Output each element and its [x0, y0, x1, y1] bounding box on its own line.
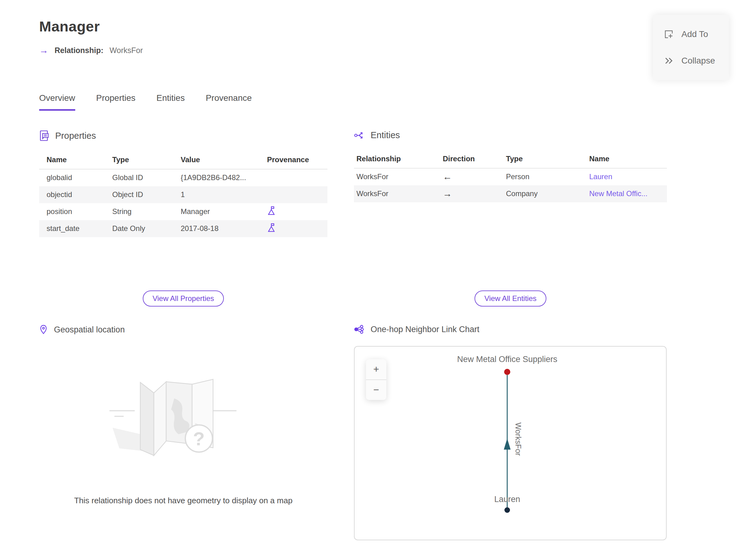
- page-title: Manager: [39, 18, 100, 35]
- zoom-control: + −: [366, 359, 386, 400]
- col-relationship: Relationship: [354, 151, 440, 168]
- col-type: Type: [503, 151, 587, 168]
- map-pin-icon: [39, 324, 48, 335]
- provenance-flag-icon[interactable]: [267, 223, 276, 232]
- properties-section-header: Properties: [39, 130, 328, 141]
- one-hop-link-chart-icon: [354, 324, 364, 334]
- relationship-detail-page: Manager → Relationship: WorksFor Add To …: [0, 0, 740, 560]
- col-value: Value: [173, 152, 260, 169]
- node-label: New Metal Office Suppliers: [457, 355, 557, 364]
- prop-type: Object ID: [105, 186, 173, 203]
- entity-type: Person: [503, 168, 587, 185]
- subtitle-value: WorksFor: [109, 46, 143, 55]
- add-to-label: Add To: [681, 29, 708, 39]
- col-name: Name: [587, 151, 667, 168]
- properties-table: Name Type Value Provenance globalid Glob…: [39, 152, 328, 237]
- tab-properties[interactable]: Properties: [96, 93, 136, 111]
- prop-type: Global ID: [105, 169, 173, 186]
- prop-type: Date Only: [105, 220, 173, 237]
- col-type: Type: [105, 152, 173, 169]
- col-direction: Direction: [440, 151, 503, 168]
- table-row: globalid Global ID {1A9DB2B6-D482...: [39, 169, 328, 186]
- table-row: objectid Object ID 1: [39, 186, 328, 203]
- col-provenance: Provenance: [260, 152, 328, 169]
- link-chart-canvas[interactable]: WorksFor New Metal Office Suppliers Laur…: [354, 346, 667, 540]
- link-chart-section-header: One-hop Neighbor Link Chart: [354, 324, 667, 334]
- geospatial-section-title: Geospatial location: [54, 325, 125, 335]
- table-row: WorksFor → Company New Metal Offic...: [354, 185, 667, 202]
- table-row: start_date Date Only 2017-08-18: [39, 220, 328, 237]
- prop-provenance: [260, 169, 328, 186]
- entity-relationship: WorksFor: [354, 168, 440, 185]
- actions-panel: Add To Collapse: [653, 15, 729, 80]
- prop-name: objectid: [39, 186, 105, 203]
- entities-table: Relationship Direction Type Name WorksFo…: [354, 151, 667, 202]
- properties-icon: [39, 130, 49, 141]
- prop-provenance: [260, 203, 328, 220]
- map-placeholder-illustration: ?: [97, 361, 270, 479]
- entities-header-row: Relationship Direction Type Name: [354, 151, 667, 168]
- prop-value: 2017-08-18: [173, 220, 260, 237]
- collapse-label: Collapse: [681, 56, 715, 66]
- prop-name: globalid: [39, 169, 105, 186]
- prop-provenance: [260, 186, 328, 203]
- edge-label: WorksFor: [514, 423, 523, 456]
- view-all-properties-button[interactable]: View All Properties: [143, 290, 224, 306]
- geospatial-panel: Geospatial location ? This relationship …: [39, 324, 328, 505]
- edge-arrow-icon: [504, 439, 511, 450]
- link-chart-section-title: One-hop Neighbor Link Chart: [371, 325, 479, 334]
- table-row: WorksFor ← Person Lauren: [354, 168, 667, 185]
- entity-type: Company: [503, 185, 587, 202]
- properties-panel: Properties Name Type Value Provenance gl…: [39, 130, 328, 237]
- tab-bar: Overview Properties Entities Provenance: [39, 93, 252, 111]
- collapse-icon: [664, 57, 673, 65]
- add-to-button[interactable]: Add To: [653, 29, 729, 39]
- collapse-button[interactable]: Collapse: [653, 56, 729, 66]
- col-name: Name: [39, 152, 105, 169]
- entities-section-header: Entities: [354, 130, 667, 140]
- entities-panel: Entities Relationship Direction Type Nam…: [354, 130, 667, 202]
- entity-name-link[interactable]: New Metal Offic...: [589, 189, 648, 198]
- prop-provenance: [260, 220, 328, 237]
- direction-arrow-icon: ←: [440, 168, 503, 185]
- subtitle-label: Relationship:: [55, 46, 103, 55]
- view-all-properties-wrap: View All Properties: [39, 290, 328, 306]
- prop-value: 1: [173, 186, 260, 203]
- provenance-flag-icon[interactable]: [267, 206, 276, 215]
- add-to-icon: [664, 29, 673, 39]
- geospatial-section-header: Geospatial location: [39, 324, 328, 335]
- entity-relationship: WorksFor: [354, 185, 440, 202]
- entities-icon: [354, 131, 364, 140]
- prop-value: {1A9DB2B6-D482...: [173, 169, 260, 186]
- svg-text:?: ?: [193, 428, 205, 449]
- entities-section-title: Entities: [371, 130, 400, 140]
- node-label: Lauren: [494, 495, 520, 504]
- person-node[interactable]: [504, 507, 510, 513]
- prop-value: Manager: [173, 203, 260, 220]
- table-row: position String Manager: [39, 203, 328, 220]
- geospatial-empty-message: This relationship does not have geometry…: [39, 496, 328, 505]
- zoom-in-button[interactable]: +: [366, 359, 386, 380]
- view-all-entities-wrap: View All Entities: [354, 290, 667, 306]
- zoom-out-button[interactable]: −: [366, 380, 386, 400]
- prop-name: position: [39, 203, 105, 220]
- tab-entities[interactable]: Entities: [156, 93, 185, 111]
- relationship-arrow-icon: →: [39, 45, 49, 55]
- direction-arrow-icon: →: [440, 185, 503, 202]
- prop-name: start_date: [39, 220, 105, 237]
- entity-name-link[interactable]: Lauren: [589, 172, 612, 181]
- tab-provenance[interactable]: Provenance: [206, 93, 252, 111]
- tab-overview[interactable]: Overview: [39, 93, 75, 111]
- company-node[interactable]: [504, 369, 510, 375]
- prop-type: String: [105, 203, 173, 220]
- link-chart-panel: One-hop Neighbor Link Chart WorksFor New…: [354, 324, 667, 540]
- view-all-entities-button[interactable]: View All Entities: [474, 290, 546, 306]
- properties-header-row: Name Type Value Provenance: [39, 152, 328, 169]
- relationship-breadcrumb: → Relationship: WorksFor: [39, 45, 143, 55]
- properties-section-title: Properties: [55, 131, 96, 141]
